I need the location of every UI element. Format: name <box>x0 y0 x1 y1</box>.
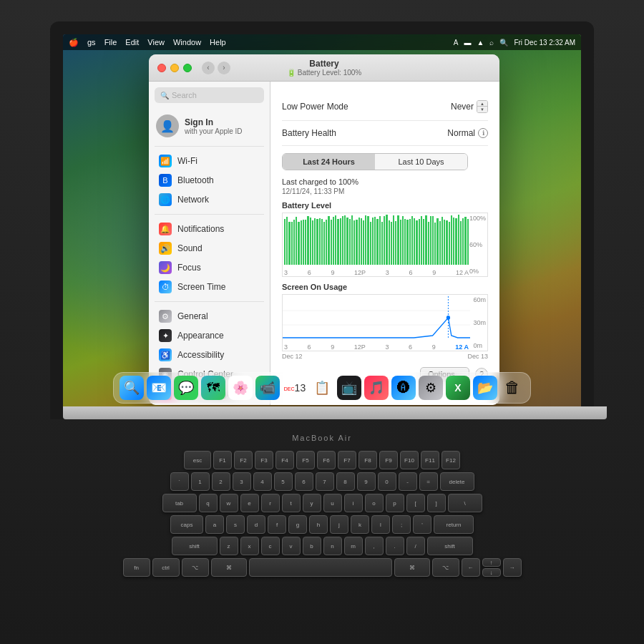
key-cmd-left[interactable]: ⌘ <box>211 558 247 577</box>
key-t[interactable]: t <box>282 494 301 512</box>
key-semicolon[interactable]: ; <box>392 515 411 534</box>
key-option-right[interactable]: ⌥ <box>432 558 459 577</box>
key-f12[interactable]: F12 <box>441 451 460 469</box>
key-capslock[interactable]: caps <box>170 515 203 534</box>
menubar-spotlight[interactable]: 🔍 <box>499 39 508 47</box>
key-delete[interactable]: delete <box>440 472 474 491</box>
sidebar-item-bluetooth[interactable]: B Bluetooth <box>152 171 267 190</box>
key-shift-right[interactable]: shift <box>427 537 473 555</box>
key-v[interactable]: v <box>282 537 301 555</box>
key-return[interactable]: return <box>434 515 474 534</box>
key-quote[interactable]: ' <box>413 515 431 534</box>
dock-icon-trash[interactable]: 🗑 <box>500 376 525 400</box>
menubar-help[interactable]: Help <box>210 38 226 47</box>
key-f4[interactable]: F4 <box>275 451 294 469</box>
close-button[interactable] <box>157 64 166 72</box>
sidebar-item-appearance[interactable]: ✦ Appearance <box>152 326 267 345</box>
key-z[interactable]: z <box>220 537 238 555</box>
battery-health-info[interactable]: ℹ <box>478 128 488 138</box>
key-fn[interactable]: fn <box>123 558 150 577</box>
key-h[interactable]: h <box>309 515 328 534</box>
dock-icon-maps[interactable]: 🗺 <box>201 376 225 400</box>
dock-icon-excel[interactable]: X <box>446 376 470 400</box>
key-6[interactable]: 6 <box>295 472 313 491</box>
dock-icon-messages[interactable]: 💬 <box>174 376 198 400</box>
tab-last-10-days[interactable]: Last 10 Days <box>375 154 467 170</box>
forward-button[interactable]: › <box>218 62 230 74</box>
key-3[interactable]: 3 <box>233 472 251 491</box>
menubar-file[interactable]: File <box>104 38 117 47</box>
key-9[interactable]: 9 <box>357 472 376 491</box>
key-2[interactable]: 2 <box>212 472 230 491</box>
sidebar-item-general[interactable]: ⚙ General <box>152 307 267 326</box>
dock-icon-appstore[interactable]: 🅐 <box>391 376 416 400</box>
key-comma[interactable]: , <box>365 537 384 555</box>
dock-icon-mail[interactable]: 📧 <box>147 376 171 400</box>
menubar-view[interactable]: View <box>147 38 165 47</box>
tab-last-24-hours[interactable]: Last 24 Hours <box>283 154 375 170</box>
sidebar-item-network[interactable]: 🌐 Network <box>152 190 267 209</box>
search-bar[interactable]: 🔍 Search <box>155 87 264 103</box>
key-7[interactable]: 7 <box>316 472 334 491</box>
key-bracket-right[interactable]: ] <box>427 494 446 512</box>
dock-icon-finder[interactable]: 🔍 <box>119 376 144 400</box>
apple-menu[interactable]: 🍎 <box>69 38 79 47</box>
key-j[interactable]: j <box>330 515 348 534</box>
key-f[interactable]: f <box>268 515 286 534</box>
low-power-stepper[interactable]: ▲ ▼ <box>477 100 488 113</box>
key-g[interactable]: g <box>288 515 307 534</box>
key-f8[interactable]: F8 <box>358 451 377 469</box>
key-y[interactable]: y <box>303 494 321 512</box>
key-l[interactable]: l <box>371 515 390 534</box>
back-button[interactable]: ‹ <box>202 62 215 74</box>
stepper-down[interactable]: ▼ <box>477 107 487 112</box>
key-p[interactable]: p <box>386 494 404 512</box>
key-f7[interactable]: F7 <box>338 451 356 469</box>
key-arrow-down[interactable]: ↓ <box>482 568 501 577</box>
key-1[interactable]: 1 <box>191 472 210 491</box>
sidebar-item-screentime[interactable]: ⏱ Screen Time <box>152 278 267 296</box>
sidebar-item-focus[interactable]: 🌙 Focus <box>152 258 267 277</box>
key-i[interactable]: i <box>344 494 363 512</box>
key-s[interactable]: s <box>226 515 245 534</box>
key-n[interactable]: n <box>323 537 342 555</box>
key-w[interactable]: w <box>220 494 238 512</box>
dock-icon-calendar[interactable]: DEC 13 <box>283 376 307 400</box>
key-f2[interactable]: F2 <box>234 451 253 469</box>
key-k[interactable]: k <box>351 515 369 534</box>
key-arrow-right[interactable]: → <box>503 558 522 577</box>
key-bracket-left[interactable]: [ <box>406 494 425 512</box>
key-a[interactable]: a <box>205 515 224 534</box>
menubar-search-icon[interactable]: ⌕ <box>489 39 494 47</box>
key-arrow-up[interactable]: ↑ <box>482 558 501 567</box>
key-shift-left[interactable]: shift <box>172 537 218 555</box>
key-f9[interactable]: F9 <box>379 451 398 469</box>
key-ctrl[interactable]: ctrl <box>152 558 180 577</box>
dock-icon-music[interactable]: 🎵 <box>364 376 389 400</box>
key-f6[interactable]: F6 <box>317 451 336 469</box>
dock-icon-appletv[interactable]: 📺 <box>337 376 361 400</box>
key-equals[interactable]: = <box>419 472 438 491</box>
sidebar-item-privacy[interactable]: 🔒 Privacy & Security <box>152 404 267 405</box>
dock-icon-files[interactable]: 📂 <box>473 376 497 400</box>
key-backslash[interactable]: \ <box>448 494 482 512</box>
stepper-up[interactable]: ▲ <box>477 101 487 107</box>
key-q[interactable]: q <box>199 494 218 512</box>
key-backtick[interactable]: ` <box>170 472 189 491</box>
key-tab[interactable]: tab <box>162 494 197 512</box>
key-4[interactable]: 4 <box>253 472 272 491</box>
dock-icon-reminders[interactable]: 📋 <box>310 376 334 400</box>
maximize-button[interactable] <box>183 64 192 72</box>
key-esc[interactable]: esc <box>184 451 211 469</box>
key-f5[interactable]: F5 <box>296 451 315 469</box>
sidebar-item-accessibility[interactable]: ♿ Accessibility <box>152 346 267 364</box>
dock-icon-photos[interactable]: 🌸 <box>228 376 253 400</box>
key-f11[interactable]: F11 <box>421 451 439 469</box>
sidebar-item-notifications[interactable]: 🔔 Notifications <box>152 220 267 238</box>
minimize-button[interactable] <box>170 64 179 72</box>
key-o[interactable]: o <box>365 494 384 512</box>
key-arrow-left[interactable]: ← <box>462 558 480 577</box>
dock-icon-systemprefs[interactable]: ⚙ <box>419 376 443 400</box>
key-u[interactable]: u <box>323 494 342 512</box>
key-slash[interactable]: / <box>406 537 425 555</box>
